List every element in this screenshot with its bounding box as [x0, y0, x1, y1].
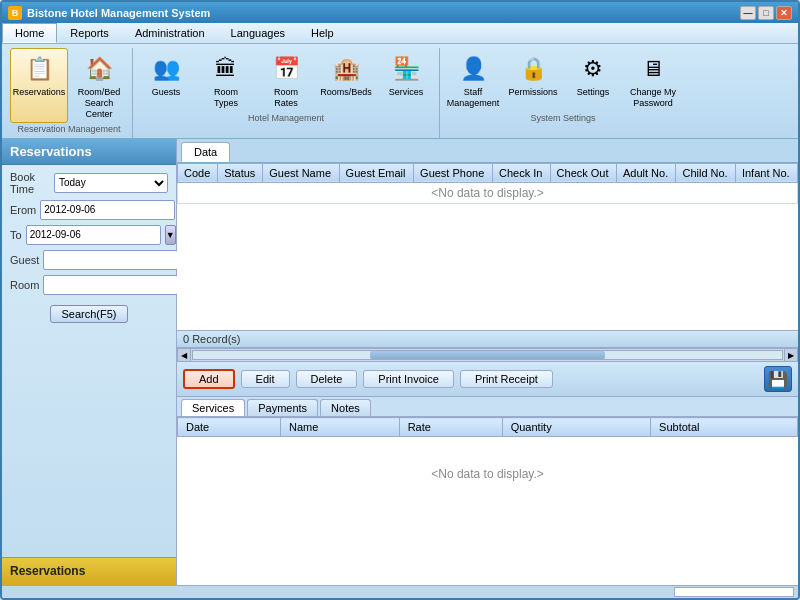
sidebar-title: Reservations: [2, 139, 176, 165]
bottom-table: Date Name Rate Quantity Subtotal <No dat…: [177, 417, 798, 511]
change-password-icon: 🖥: [635, 51, 671, 87]
action-bar: Add Edit Delete Print Invoice Print Rece…: [177, 362, 798, 397]
bottom-col-name: Name: [281, 418, 400, 437]
toolbar-rooms-beds-button[interactable]: 🏨 Rooms/Beds: [317, 48, 375, 112]
services-icon: 🏪: [388, 51, 424, 87]
scroll-right[interactable]: ▶: [784, 348, 798, 362]
scroll-track[interactable]: [192, 350, 783, 360]
toolbar-reservations-button[interactable]: 📋 Reservations: [10, 48, 68, 122]
from-label: Erom: [10, 204, 36, 216]
to-dropdown-btn[interactable]: ▼: [165, 225, 176, 245]
col-guest-email: Guest Email: [339, 163, 413, 182]
toolbar-permissions-button[interactable]: 🔒 Permissions: [504, 48, 562, 112]
rooms-beds-icon: 🏨: [328, 51, 364, 87]
toolbar-staff-button[interactable]: 👤 StaffManagement: [444, 48, 502, 112]
save-button[interactable]: 💾: [764, 366, 792, 392]
to-label: To: [10, 229, 22, 241]
toolbar-guests-button[interactable]: 👥 Guests: [137, 48, 195, 112]
status-input: [674, 587, 794, 597]
room-search-icon: 🏠: [81, 51, 117, 87]
app-icon: B: [8, 6, 22, 20]
col-check-in: Check In: [492, 163, 550, 182]
guest-input[interactable]: [43, 250, 178, 270]
toolbar-room-types-button[interactable]: 🏛 RoomTypes: [197, 48, 255, 112]
col-guest-name: Guest Name: [263, 163, 339, 182]
settings-icon: ⚙: [575, 51, 611, 87]
col-code: Code: [178, 163, 218, 182]
edit-button[interactable]: Edit: [241, 370, 290, 388]
from-input[interactable]: [40, 200, 175, 220]
outer-status-bar: [2, 585, 798, 598]
toolbar-section-system: 👤 StaffManagement 🔒 Permissions ⚙ Settin…: [440, 48, 686, 137]
menu-bar: Home Reports Administration Languages He…: [2, 23, 798, 44]
guest-label: Guest: [10, 254, 39, 266]
app-title: Bistone Hotel Management System: [27, 7, 210, 19]
bottom-table-wrapper: Date Name Rate Quantity Subtotal <No dat…: [177, 417, 798, 585]
toolbar: 📋 Reservations 🏠 Room/BedSearch Center R…: [2, 44, 798, 138]
guests-icon: 👥: [148, 51, 184, 87]
bottom-col-date: Date: [178, 418, 281, 437]
room-label: Room: [10, 279, 39, 291]
col-status: Status: [218, 163, 263, 182]
toolbar-section-hotel: 👥 Guests 🏛 RoomTypes 📅 RoomRates 🏨 Rooms…: [133, 48, 440, 137]
close-button[interactable]: ✕: [776, 6, 792, 20]
menu-languages[interactable]: Languages: [218, 23, 298, 43]
room-types-icon: 🏛: [208, 51, 244, 87]
bottom-no-data: <No data to display.>: [178, 437, 798, 512]
toolbar-settings-button[interactable]: ⚙ Settings: [564, 48, 622, 112]
col-adult-no: Adult No.: [616, 163, 676, 182]
tab-payments[interactable]: Payments: [247, 399, 318, 416]
bottom-col-quantity: Quantity: [502, 418, 650, 437]
col-child-no: Child No.: [676, 163, 736, 182]
maximize-button[interactable]: □: [758, 6, 774, 20]
records-status: 0 Record(s): [177, 330, 798, 348]
room-rates-icon: 📅: [268, 51, 304, 87]
staff-icon: 👤: [455, 51, 491, 87]
permissions-icon: 🔒: [515, 51, 551, 87]
minimize-button[interactable]: —: [740, 6, 756, 20]
toolbar-change-password-button[interactable]: 🖥 Change MyPassword: [624, 48, 682, 112]
main-table-wrapper: Code Status Guest Name Guest Email Guest…: [177, 163, 798, 331]
add-button[interactable]: Add: [183, 369, 235, 389]
horizontal-scrollbar[interactable]: ◀ ▶: [177, 348, 798, 362]
menu-home[interactable]: Home: [2, 23, 57, 43]
toolbar-services-button[interactable]: 🏪 Services: [377, 48, 435, 112]
hotel-management-label: Hotel Management: [137, 112, 435, 123]
tab-data[interactable]: Data: [181, 142, 230, 162]
menu-reports[interactable]: Reports: [57, 23, 122, 43]
menu-administration[interactable]: Administration: [122, 23, 218, 43]
print-invoice-button[interactable]: Print Invoice: [363, 370, 454, 388]
toolbar-room-rates-button[interactable]: 📅 RoomRates: [257, 48, 315, 112]
room-input[interactable]: [43, 275, 178, 295]
bottom-col-subtotal: Subtotal: [651, 418, 798, 437]
menu-help[interactable]: Help: [298, 23, 347, 43]
reservations-icon: 📋: [21, 51, 57, 87]
scroll-left[interactable]: ◀: [177, 348, 191, 362]
main-no-data: <No data to display.>: [178, 182, 798, 203]
to-row: To ▼: [10, 225, 168, 245]
title-bar: B Bistone Hotel Management System — □ ✕: [2, 2, 798, 23]
sidebar-bottom-label: Reservations: [2, 557, 176, 585]
to-input[interactable]: [26, 225, 161, 245]
from-row: Erom ▼: [10, 200, 168, 220]
sidebar-form: Book Time Today Erom ▼ To ▼ Guest: [2, 165, 176, 557]
delete-button[interactable]: Delete: [296, 370, 358, 388]
bottom-tab-bar: Services Payments Notes: [177, 397, 798, 417]
tab-notes[interactable]: Notes: [320, 399, 371, 416]
system-settings-label: System Settings: [444, 112, 682, 123]
tab-services[interactable]: Services: [181, 399, 245, 416]
content-area: Data Code Status Guest Name Guest Email …: [177, 139, 798, 585]
booktime-select[interactable]: Today: [54, 173, 168, 193]
booktime-label: Book Time: [10, 171, 50, 195]
main-area: Reservations Book Time Today Erom ▼ To ▼: [2, 139, 798, 585]
col-check-out: Check Out: [550, 163, 616, 182]
col-guest-phone: Guest Phone: [414, 163, 493, 182]
sidebar: Reservations Book Time Today Erom ▼ To ▼: [2, 139, 177, 585]
bottom-col-rate: Rate: [399, 418, 502, 437]
toolbar-section-reservation: 📋 Reservations 🏠 Room/BedSearch Center R…: [6, 48, 133, 137]
main-tab-bar: Data: [177, 139, 798, 163]
print-receipt-button[interactable]: Print Receipt: [460, 370, 553, 388]
toolbar-room-search-button[interactable]: 🏠 Room/BedSearch Center: [70, 48, 128, 122]
search-button[interactable]: Search(F5): [50, 305, 127, 323]
guest-row: Guest: [10, 250, 168, 270]
